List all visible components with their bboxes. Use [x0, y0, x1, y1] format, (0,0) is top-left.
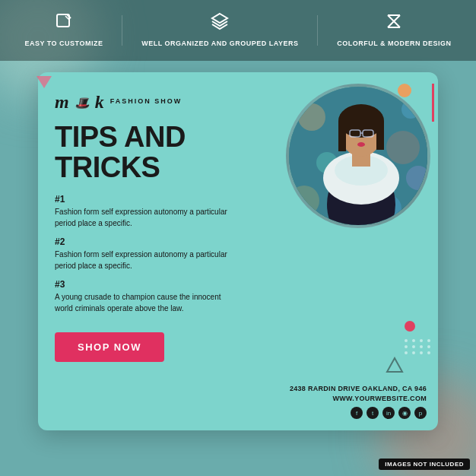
topbar-item-customize: EASY TO CUSTOMIZE	[24, 12, 103, 49]
layers-icon	[211, 12, 229, 35]
tip-text-1: Fashion form self expression autonomy a …	[55, 206, 237, 229]
pinterest-icon[interactable]: p	[414, 407, 427, 419]
deco-triangle-pink	[36, 76, 52, 88]
topbar-item-colorful: COLORFUL & MODERN DESIGN	[337, 12, 451, 49]
tip-number-2: #2	[55, 236, 423, 247]
design-icon	[385, 12, 403, 35]
deco-dots-grid	[405, 339, 432, 354]
top-bar: EASY TO CUSTOMIZE WELL ORGANIZED AND GRO…	[0, 0, 476, 61]
divider-2	[317, 15, 318, 46]
svg-point-24	[357, 142, 365, 147]
customize-icon	[55, 12, 73, 35]
tip-item-3: #3 A young crusade to champion cause the…	[55, 279, 423, 314]
shop-now-button[interactable]: SHOP NOW	[55, 332, 164, 362]
main-card: m 🎩 k FASHION SHOW TIPS AND TRICKS #1 Fa…	[38, 72, 438, 430]
social-icons: f t in ◉ p	[290, 407, 427, 419]
instagram-icon[interactable]: ◉	[398, 407, 411, 419]
bottom-label: IMAGES NOT INCLUDED	[379, 459, 470, 470]
logo-icon: m 🎩 k	[55, 89, 104, 113]
deco-triangle-outline	[386, 357, 404, 373]
svg-rect-20	[376, 121, 384, 150]
svg-point-7	[401, 100, 420, 119]
tip-item-2: #2 Fashion form self expression autonomy…	[55, 236, 423, 271]
customize-label: EASY TO CUSTOMIZE	[24, 40, 103, 49]
card-inner: m 🎩 k FASHION SHOW TIPS AND TRICKS #1 Fa…	[38, 72, 438, 430]
tip-number-3: #3	[55, 279, 423, 290]
svg-rect-0	[57, 14, 69, 27]
twitter-icon[interactable]: t	[367, 407, 379, 419]
logo-subtext: FASHION SHOW	[110, 97, 182, 105]
footer-website: WWW.YOURWEBSITE.COM	[290, 395, 427, 402]
deco-line-red	[432, 84, 434, 122]
deco-orange-dot	[398, 84, 411, 97]
circle-image	[286, 84, 430, 228]
tip-text-3: A young crusade to champion cause the in…	[55, 291, 237, 314]
organized-label: WELL ORGANIZED AND GROUPED LAYERS	[141, 40, 298, 49]
image-placeholder	[289, 87, 427, 225]
facebook-icon[interactable]: f	[351, 407, 363, 419]
colorful-label: COLORFUL & MODERN DESIGN	[337, 40, 451, 49]
linkedin-icon[interactable]: in	[382, 407, 395, 419]
svg-point-6	[298, 103, 325, 131]
svg-point-11	[289, 186, 319, 216]
tip-text-2: Fashion form self expression autonomy a …	[55, 249, 237, 271]
svg-rect-19	[338, 121, 346, 151]
divider-1	[122, 15, 122, 46]
footer-address: 2438 RARDIN DRIVE OAKLAND, CA 946	[290, 385, 427, 392]
topbar-item-organized: WELL ORGANIZED AND GROUPED LAYERS	[141, 12, 298, 49]
deco-dot-red	[405, 321, 415, 332]
svg-point-8	[386, 131, 420, 164]
footer-area: 2438 RARDIN DRIVE OAKLAND, CA 946 WWW.YO…	[290, 385, 427, 419]
